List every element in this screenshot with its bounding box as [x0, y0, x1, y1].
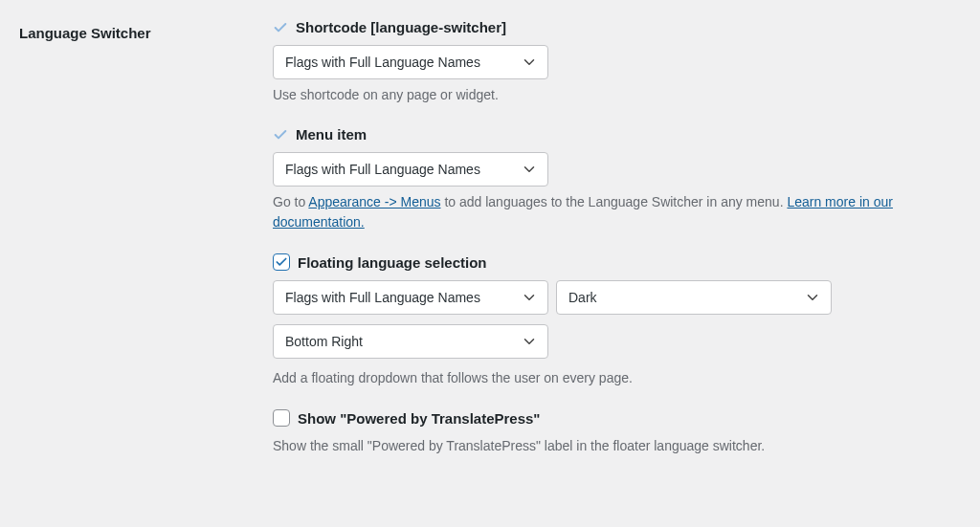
- chevron-down-icon: [521, 161, 538, 178]
- chevron-down-icon: [521, 289, 538, 306]
- select-value: Flags with Full Language Names: [285, 290, 480, 305]
- powered-by-label: Show "Powered by TranslatePress": [298, 410, 540, 427]
- floating-desc: Add a floating dropdown that follows the…: [273, 368, 961, 388]
- shortcode-desc: Use shortcode on any page or widget.: [273, 85, 961, 105]
- select-value: Flags with Full Language Names: [285, 162, 480, 177]
- powered-by-checkbox[interactable]: [273, 409, 290, 427]
- select-value: Bottom Right: [285, 334, 363, 349]
- menu-item-label: Menu item: [296, 126, 367, 143]
- chevron-down-icon: [521, 54, 538, 71]
- floating-theme-select[interactable]: Dark: [556, 280, 832, 315]
- shortcode-label: Shortcode [language-switcher]: [296, 19, 506, 35]
- floating-style-select[interactable]: Flags with Full Language Names: [273, 280, 548, 315]
- powered-by-block: Show "Powered by TranslatePress" Show th…: [273, 409, 961, 456]
- floating-checkbox[interactable]: [273, 253, 290, 271]
- floating-position-select[interactable]: Bottom Right: [273, 324, 548, 359]
- chevron-down-icon: [521, 333, 538, 350]
- menu-item-style-select[interactable]: Flags with Full Language Names: [273, 152, 548, 187]
- appearance-menus-link[interactable]: Appearance -> Menus: [308, 194, 440, 209]
- select-value: Dark: [568, 290, 597, 305]
- section-title: Language Switcher: [19, 25, 254, 41]
- menu-item-block: Menu item Flags with Full Language Names…: [273, 126, 961, 232]
- menu-item-desc: Go to Appearance -> Menus to add languag…: [273, 192, 961, 232]
- floating-block: Floating language selection Flags with F…: [273, 253, 961, 388]
- floating-label: Floating language selection: [298, 254, 487, 271]
- powered-by-desc: Show the small "Powered by TranslatePres…: [273, 436, 961, 456]
- shortcode-block: Shortcode [language-switcher] Flags with…: [273, 19, 961, 105]
- check-icon: [273, 20, 288, 35]
- select-value: Flags with Full Language Names: [285, 55, 480, 70]
- shortcode-style-select[interactable]: Flags with Full Language Names: [273, 45, 548, 79]
- chevron-down-icon: [804, 289, 821, 306]
- check-icon: [273, 127, 288, 143]
